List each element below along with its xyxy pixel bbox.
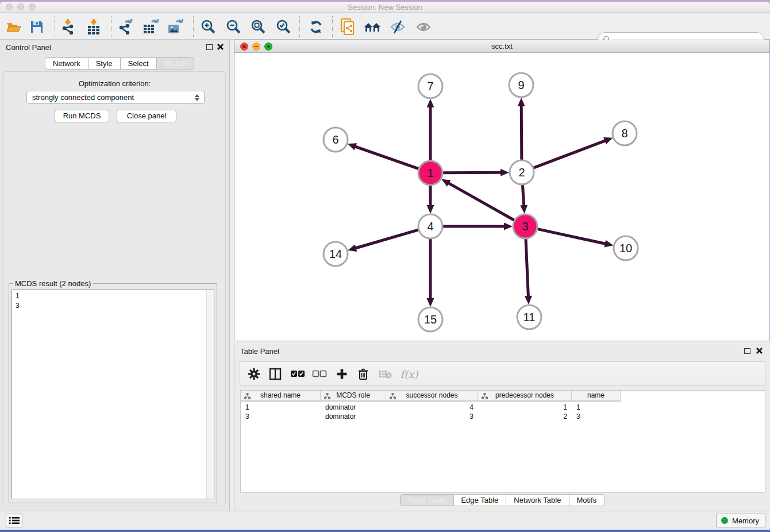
tab-network[interactable]: Network: [45, 57, 88, 70]
refresh-icon: [309, 20, 324, 34]
control-panel: Control Panel Network Style Select MCDS …: [0, 40, 230, 511]
unselect-all-columns-button[interactable]: [311, 366, 328, 382]
mcds-result-area[interactable]: 13: [11, 290, 214, 499]
zoom-in-button[interactable]: [199, 18, 217, 36]
float-panel-icon[interactable]: [744, 348, 750, 354]
column-header-predecessor-nodes[interactable]: predecessor nodes: [478, 391, 572, 400]
graph-edge-3-10[interactable]: [537, 229, 606, 244]
table-row[interactable]: 1 dominator 4 1 1: [241, 403, 621, 412]
cell-mcds-role[interactable]: dominator: [321, 412, 386, 421]
import-table-button[interactable]: [84, 18, 103, 36]
task-history-button[interactable]: [6, 514, 22, 527]
result-scrollbar[interactable]: [206, 290, 214, 499]
graph-edge-2-8[interactable]: [534, 140, 607, 168]
column-header-name[interactable]: name: [572, 391, 621, 400]
control-panel-tabs: Network Style Select MCDS: [45, 57, 194, 70]
cell-predecessor-nodes[interactable]: 1: [478, 403, 572, 412]
eye-icon: [415, 20, 432, 34]
graph-edge-3-1[interactable]: [448, 183, 514, 221]
save-session-button[interactable]: [28, 18, 46, 36]
import-network-button[interactable]: [59, 18, 77, 36]
graph-node-label-6: 6: [332, 133, 338, 146]
criterion-value: strongly connected component: [32, 93, 134, 102]
import-table-icon: [86, 18, 101, 36]
export-network-button[interactable]: [116, 18, 134, 36]
toolbar-separator: [55, 16, 55, 37]
graph-edge-2-3[interactable]: [522, 185, 523, 207]
graph-edge-4-14[interactable]: [355, 230, 418, 248]
graph-edge-arrow-1-2: [500, 169, 509, 176]
graph-node-label-3: 3: [522, 220, 528, 233]
cell-successor-nodes[interactable]: 4: [386, 403, 478, 412]
apply-layout-button[interactable]: [307, 18, 325, 36]
memory-button[interactable]: Memory: [716, 514, 765, 527]
mcds-result-group: MCDS result (2 nodes) 13: [9, 283, 217, 503]
column-header-mcds-role[interactable]: MCDS role: [321, 391, 386, 400]
fx-icon: f(x): [401, 368, 418, 380]
export-table-icon: [143, 18, 159, 36]
show-column-panel-button[interactable]: [267, 366, 283, 382]
show-view-button[interactable]: [414, 18, 433, 36]
open-session-button[interactable]: [5, 18, 23, 36]
column-header-shared-name[interactable]: shared name: [241, 391, 321, 400]
houses-icon: [363, 20, 382, 34]
run-mcds-button[interactable]: Run MCDS: [55, 110, 109, 122]
network-frame-titlebar[interactable]: scc.txt: [234, 40, 769, 53]
cell-shared-name[interactable]: 1: [241, 403, 321, 412]
criterion-select[interactable]: strongly connected component: [26, 91, 205, 104]
zoom-fit-button[interactable]: [249, 18, 267, 36]
tab-motifs[interactable]: Motifs: [569, 494, 605, 506]
graph-edge-arrow-2-8: [603, 137, 613, 144]
delete-table-button[interactable]: [377, 366, 393, 382]
close-panel-button[interactable]: Close panel: [117, 110, 176, 122]
graph-node-label-4: 4: [427, 220, 433, 233]
float-panel-icon[interactable]: [206, 44, 213, 50]
graph-edge-1-6[interactable]: [354, 146, 418, 168]
hierarchy-icon: [390, 393, 396, 399]
tab-edge-table[interactable]: Edge Table: [453, 494, 506, 506]
zoom-selected-button[interactable]: [274, 18, 292, 36]
export-table-button[interactable]: [141, 18, 160, 36]
select-all-columns-button[interactable]: [290, 366, 306, 382]
tab-mcds[interactable]: MCDS: [157, 57, 194, 70]
column-header-successor-nodes[interactable]: successor nodes: [386, 391, 478, 400]
table-row[interactable]: 3 dominator 3 2 3: [241, 412, 621, 421]
close-panel-icon[interactable]: [756, 347, 763, 354]
networks-home-button[interactable]: [363, 18, 382, 36]
hierarchy-icon: [324, 393, 330, 399]
zoom-out-button[interactable]: [224, 18, 242, 36]
create-column-button[interactable]: [334, 366, 350, 382]
graph-edge-2-9[interactable]: [521, 105, 522, 160]
export-image-button[interactable]: [166, 18, 184, 36]
graph-edge-arrow-4-14: [348, 244, 357, 251]
tab-node-table[interactable]: Node Table: [400, 494, 454, 506]
cell-mcds-role[interactable]: dominator: [321, 403, 386, 412]
cell-predecessor-nodes[interactable]: 2: [478, 412, 572, 421]
cell-shared-name[interactable]: 3: [241, 412, 321, 421]
cell-name[interactable]: 3: [572, 412, 621, 421]
close-panel-icon[interactable]: [217, 43, 224, 51]
cell-name[interactable]: 1: [572, 403, 621, 412]
network-frame-title: scc.txt: [234, 42, 769, 51]
status-bar: Memory: [0, 511, 770, 530]
export-image-icon: [167, 18, 183, 36]
function-builder-button[interactable]: f(x): [398, 366, 421, 382]
table-options-button[interactable]: [246, 366, 262, 382]
hide-annotations-button[interactable]: [388, 18, 407, 36]
cell-successor-nodes[interactable]: 3: [386, 412, 478, 421]
network-canvas[interactable]: 7968124314101511: [234, 53, 769, 341]
graph-node-label-14: 14: [329, 248, 342, 260]
zoom-fit-icon: [250, 19, 266, 35]
tab-style[interactable]: Style: [88, 57, 121, 70]
delete-column-button[interactable]: [355, 366, 371, 382]
graph-edge-1-2[interactable]: [443, 172, 502, 173]
graph-edge-arrow-1-4: [427, 205, 434, 214]
tab-select[interactable]: Select: [121, 57, 157, 70]
graph-edge-3-11[interactable]: [526, 239, 529, 298]
tab-network-table[interactable]: Network Table: [506, 494, 569, 506]
control-panel-header: Control Panel: [0, 40, 229, 55]
table-panel-header: Table Panel: [234, 344, 770, 358]
clone-network-button[interactable]: [338, 18, 357, 36]
hierarchy-icon: [482, 393, 488, 399]
toolbar-separator: [332, 16, 333, 37]
